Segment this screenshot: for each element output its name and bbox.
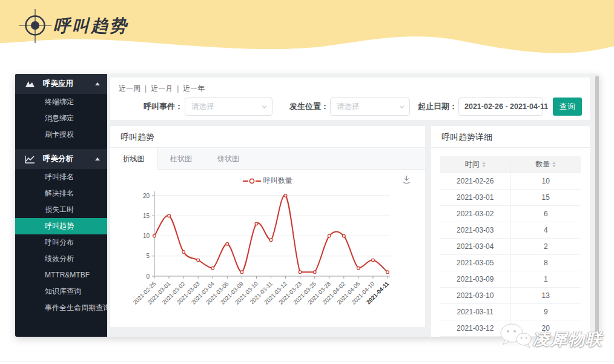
app-icon (25, 80, 35, 88)
date-cell: 2021-03-01 (440, 189, 510, 205)
chart-type-tab[interactable]: 柱状图 (157, 148, 205, 170)
sidebar-item[interactable]: 知识库查询 (15, 283, 107, 300)
quick-range-link[interactable]: 近一年 (173, 84, 205, 93)
date-range-value: 2021-02-26 - 2021-04-11 (464, 102, 548, 111)
filter-panel: 近一周近一月近一年 呼叫事件： 请选择 发生位置： 请选择 起止日期： 2021… (110, 78, 590, 120)
quick-range-link[interactable]: 近一月 (140, 84, 173, 93)
sidebar-item[interactable]: 呼叫排名 (15, 169, 107, 185)
sort-icon[interactable] (482, 162, 486, 167)
date-range-label: 起止日期： (418, 98, 457, 116)
location-select[interactable]: 请选择 (330, 98, 410, 116)
sidebar-item[interactable]: MTTR&MTBF (15, 267, 107, 283)
table-row: 2021-03-12 20 (440, 320, 581, 336)
svg-text:10: 10 (143, 233, 150, 239)
filter-row: 呼叫事件： 请选择 发生位置： 请选择 起止日期： 2021-02-26 - 2… (110, 98, 590, 116)
quick-range-link[interactable]: 近一周 (119, 84, 140, 93)
call-event-label: 呼叫事件： (144, 98, 183, 116)
trend-line-chart[interactable]: 051015202021-02-262021-03-012021-03-0220… (126, 185, 406, 323)
sidebar-group-label: 呼美分析 (43, 154, 95, 164)
column-label: 时间 (465, 159, 480, 170)
search-button[interactable]: 查询 (553, 98, 582, 116)
sidebar-group-call-analysis[interactable]: 呼美分析 (15, 149, 107, 169)
download-icon[interactable] (401, 174, 412, 185)
svg-text:15: 15 (143, 213, 150, 219)
column-label: 数量 (535, 159, 550, 170)
call-event-placeholder: 请选择 (191, 102, 262, 112)
table-row: 2021-03-03 4 (440, 222, 581, 238)
date-cell: 2021-02-26 (440, 173, 510, 189)
count-cell: 10 (510, 173, 581, 189)
chart-type-tab[interactable]: 折线图 (110, 148, 157, 170)
detail-table: 时间 数量 2021-02-26 10 2021-03-01 15 20 (440, 156, 581, 337)
chart-panel: 呼叫趋势 折线图柱状图饼状图 呼叫数量 051015202021-02-2620 (110, 126, 425, 327)
call-event-select[interactable]: 请选择 (185, 98, 272, 116)
sidebar-item[interactable]: 刷卡授权 (15, 127, 107, 143)
location-label: 发生位置： (289, 98, 329, 116)
chevron-down-icon (262, 104, 267, 110)
sidebar: 呼美应用 终端绑定消息绑定刷卡授权 呼美分析 呼叫排名解决排名损失工时呼叫趋势呼… (15, 74, 107, 337)
table-row: 2021-02-26 10 (440, 173, 581, 189)
date-range-input[interactable]: 2021-02-26 - 2021-04-11 (458, 98, 543, 116)
svg-text:20: 20 (143, 193, 150, 199)
chart-panel-title: 呼叫趋势 (110, 126, 425, 148)
sidebar-item[interactable]: 消息绑定 (15, 110, 107, 127)
count-cell: 2 (510, 238, 581, 254)
count-cell: 20 (510, 320, 581, 336)
crosshair-target-icon (18, 7, 52, 45)
date-cell: 2021-03-11 (440, 303, 510, 320)
legend-line-marker (243, 178, 261, 184)
chevron-up-icon (95, 82, 100, 85)
table-row: 2021-03-10 13 (440, 287, 581, 303)
table-row: 2021-03-02 6 (440, 205, 581, 222)
date-cell: 2021-03-05 (440, 254, 510, 271)
vertical-scrollbar[interactable] (595, 76, 599, 335)
detail-panel: 呼叫趋势详细 时间 数量 2021-02-26 10 2 (431, 126, 590, 337)
count-cell: 1 (510, 271, 581, 287)
sidebar-item[interactable]: 终端绑定 (15, 94, 107, 110)
detail-panel-title: 呼叫趋势详细 (431, 126, 590, 148)
sidebar-group-call-apps[interactable]: 呼美应用 (15, 74, 107, 94)
detail-table-header[interactable]: 数量 (510, 156, 581, 173)
table-row: 2021-03-01 15 (440, 189, 581, 205)
sidebar-item[interactable]: 事件全生命周期查询 (15, 300, 107, 316)
date-cell: 2021-03-12 (440, 320, 510, 336)
sidebar-item[interactable]: 呼叫趋势 (15, 218, 107, 234)
chevron-down-icon (399, 104, 404, 110)
table-row: 2021-03-04 2 (440, 238, 581, 254)
date-cell: 2021-03-03 (440, 222, 510, 238)
detail-table-header[interactable]: 时间 (440, 156, 510, 173)
chart-type-tab[interactable]: 饼状图 (205, 148, 252, 170)
svg-text:5: 5 (146, 253, 150, 259)
date-cell: 2021-03-02 (440, 205, 510, 222)
chart-type-tabs: 折线图柱状图饼状图 (110, 148, 425, 170)
location-placeholder: 请选择 (337, 102, 399, 112)
page-bottom-border (0, 362, 614, 362)
table-row: 2021-03-11 9 (440, 303, 581, 320)
sidebar-item[interactable]: 绩效分析 (15, 251, 107, 267)
sidebar-item[interactable]: 解决排名 (15, 185, 107, 202)
legend-label: 呼叫数量 (263, 176, 292, 185)
sidebar-item[interactable]: 损失工时 (15, 202, 107, 218)
count-cell: 15 (510, 189, 581, 205)
table-row: 2021-03-09 1 (440, 271, 581, 287)
chevron-up-icon (95, 157, 100, 160)
dashboard-card: 呼美应用 终端绑定消息绑定刷卡授权 呼美分析 呼叫排名解决排名损失工时呼叫趋势呼… (15, 74, 599, 337)
count-cell: 6 (510, 205, 581, 222)
quick-range-links: 近一周近一月近一年 (119, 84, 205, 94)
count-cell: 8 (510, 254, 581, 271)
count-cell: 13 (510, 287, 581, 303)
count-cell: 4 (510, 222, 581, 238)
line-chart-icon (25, 155, 35, 164)
svg-text:0: 0 (146, 273, 150, 280)
sort-icon[interactable] (552, 162, 556, 167)
date-cell: 2021-03-09 (440, 271, 510, 287)
content-area: 近一周近一月近一年 呼叫事件： 请选择 发生位置： 请选择 起止日期： 2021… (107, 74, 599, 337)
page: 呼叫趋势 呼美应用 终端绑定消息绑定刷卡授权 呼美分析 呼叫排名解决排名损失工时… (0, 0, 614, 364)
date-cell: 2021-03-04 (440, 238, 510, 254)
chart-legend[interactable]: 呼叫数量 (110, 176, 425, 186)
table-row: 2021-03-05 8 (440, 254, 581, 271)
page-title: 呼叫趋势 (53, 15, 128, 38)
sidebar-item[interactable]: 呼叫分布 (15, 234, 107, 251)
count-cell: 9 (510, 303, 581, 320)
sidebar-group-items: 呼叫排名解决排名损失工时呼叫趋势呼叫分布绩效分析MTTR&MTBF知识库查询事件… (15, 169, 107, 316)
